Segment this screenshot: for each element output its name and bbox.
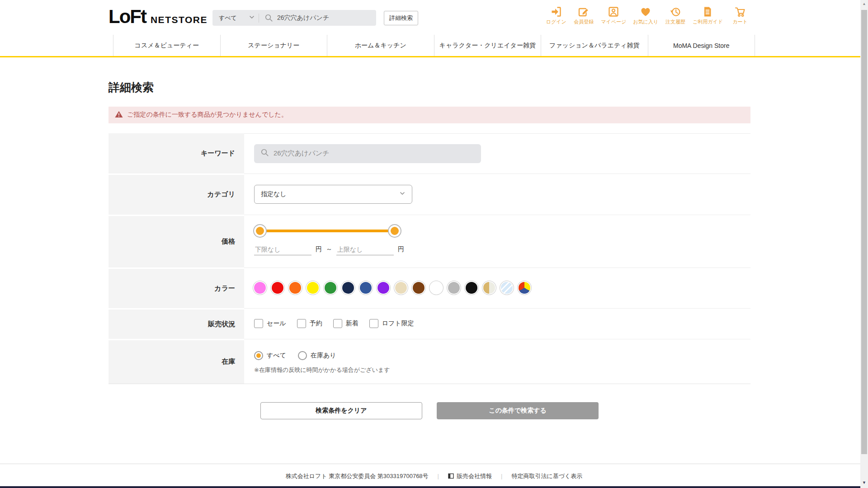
price-slider-handle-max[interactable] (389, 225, 401, 237)
header-search-input[interactable]: 26穴穴あけパンチ (277, 14, 329, 22)
keyword-input[interactable]: 26穴穴あけパンチ (254, 144, 481, 163)
scrollbar-up-arrow[interactable]: ▲ (860, 2, 868, 6)
currency-label-min: 円 (316, 245, 322, 253)
utility-history[interactable]: 注文履歴 (665, 5, 686, 25)
main-nav-inner: コスメ＆ビューティーステーショナリーホーム＆キッチンキャラクター・クリエイター雑… (113, 35, 755, 56)
footer-item-text: 特定商取引法に基づく表示 (511, 472, 582, 480)
cart-icon (734, 5, 746, 18)
sale-option-0[interactable]: セール (254, 319, 286, 328)
search-divider (259, 14, 259, 23)
sale-option-3[interactable]: ロフト限定 (369, 319, 414, 328)
color-swatch-orange[interactable] (289, 282, 301, 294)
search-icon (260, 148, 269, 159)
checkbox-icon[interactable] (297, 319, 306, 328)
price-inputs: 円 ～ 円 (254, 244, 750, 255)
footer-separator: | (501, 473, 502, 479)
scrollbar[interactable]: ▲ ▼ (860, 0, 868, 488)
price-slider-handle-min[interactable] (254, 225, 266, 237)
color-swatch-pink[interactable] (254, 282, 266, 294)
stock-option-label: すべて (267, 352, 286, 360)
search-submit-button[interactable]: この条件で検索する (437, 402, 599, 419)
checkbox-icon[interactable] (333, 319, 342, 328)
price-min-input[interactable] (254, 244, 311, 255)
error-alert: ご指定の条件に一致する商品が見つかりませんでした。 (108, 107, 750, 123)
search-category-value: すべて (219, 14, 237, 22)
nav-item-1[interactable]: ステーショナリー (220, 35, 327, 56)
radio-selected-icon[interactable] (254, 351, 263, 360)
color-swatch-blue[interactable] (360, 282, 372, 294)
checkbox-icon[interactable] (369, 319, 378, 328)
footer-link-1[interactable]: 販売会社情報 (448, 472, 492, 480)
chevron-down-icon (399, 190, 406, 198)
radio-icon[interactable] (298, 351, 307, 360)
color-swatch-multicolor[interactable] (519, 282, 530, 294)
sale-option-label: 予約 (310, 319, 322, 328)
form-row-price: 価格 円 ～ 円 (108, 215, 750, 267)
guide-icon (702, 5, 713, 18)
utility-heart[interactable]: お気に入り (633, 5, 658, 25)
form-row-stock: 在庫 すべて在庫あり ※在庫情報の反映に時間がかかる場合がございます (108, 339, 750, 384)
color-swatch-clear[interactable] (501, 282, 513, 294)
sale-option-2[interactable]: 新着 (333, 319, 359, 328)
main-content: 詳細検索 ご指定の条件に一致する商品が見つかりませんでした。 キーワード 26穴… (108, 57, 750, 419)
color-swatch-green[interactable] (325, 282, 336, 294)
utility-guide[interactable]: ご利用ガイド (693, 5, 723, 25)
nav-item-0[interactable]: コスメ＆ビューティー (113, 35, 220, 56)
utility-cart[interactable]: カート (730, 5, 750, 25)
utility-login[interactable]: ログイン (546, 5, 566, 25)
stock-option-1[interactable]: 在庫あり (298, 351, 336, 360)
sale-status-options: セール予約新着ロフト限定 (254, 319, 750, 328)
color-swatch-gray[interactable] (448, 282, 460, 294)
category-select[interactable]: 指定なし (254, 185, 412, 204)
price-slider[interactable] (254, 225, 401, 237)
search-category-select[interactable]: すべて (212, 14, 259, 22)
logo-loft-text: LoFt (108, 7, 146, 26)
nav-item-4[interactable]: ファッション＆バラエティ雑貨 (541, 35, 648, 56)
utility-label: マイページ (601, 19, 626, 25)
color-swatch-red[interactable] (272, 282, 283, 294)
clear-conditions-button[interactable]: 検索条件をクリア (260, 402, 422, 419)
form-row-keyword: キーワード 26穴穴あけパンチ (108, 133, 750, 174)
category-label: カテゴリ (108, 174, 244, 215)
color-swatch-gold-silver[interactable] (483, 282, 495, 294)
utility-register[interactable]: 会員登録 (573, 5, 594, 25)
color-swatch-row (254, 282, 750, 294)
advanced-search-button[interactable]: 詳細検索 (384, 11, 418, 25)
color-swatch-white[interactable] (430, 282, 442, 294)
footer-item-text: 販売会社情報 (457, 472, 492, 480)
nav-item-5[interactable]: MoMA Design Store (648, 35, 755, 56)
nav-item-2[interactable]: ホーム＆キッチン (327, 35, 434, 56)
heart-icon (640, 5, 651, 18)
site-logo[interactable]: LoFt NETSTORE (108, 7, 208, 26)
utility-label: ログイン (546, 19, 566, 25)
category-select-value: 指定なし (261, 190, 287, 198)
color-swatch-beige[interactable] (395, 282, 407, 294)
utility-label: 会員登録 (574, 19, 594, 25)
checkbox-icon[interactable] (254, 319, 263, 328)
scrollbar-thumb[interactable] (861, 10, 867, 454)
scrollbar-down-arrow[interactable]: ▼ (860, 481, 868, 485)
sale-option-1[interactable]: 予約 (297, 319, 322, 328)
stock-label: 在庫 (108, 339, 244, 384)
nav-item-3[interactable]: キャラクター・クリエイター雑貨 (434, 35, 541, 56)
utility-mypage[interactable]: マイページ (601, 5, 626, 25)
window-bottom-edge (0, 486, 868, 488)
color-swatch-yellow[interactable] (307, 282, 319, 294)
footer-link-2[interactable]: 特定商取引法に基づく表示 (511, 472, 582, 480)
color-swatch-navy[interactable] (342, 282, 354, 294)
price-max-input[interactable] (336, 244, 394, 255)
page: LoFt NETSTORE すべて 26穴穴あけパンチ 詳細検索 ログイン会員登… (0, 0, 868, 488)
color-swatch-black[interactable] (466, 282, 477, 294)
form-row-sale-status: 販売状況 セール予約新着ロフト限定 (108, 308, 750, 339)
keyword-input-value: 26穴穴あけパンチ (274, 149, 329, 158)
stock-option-0[interactable]: すべて (254, 351, 286, 360)
sale-option-label: 新着 (346, 319, 359, 328)
color-swatch-purple[interactable] (377, 282, 389, 294)
color-swatch-brown[interactable] (413, 282, 425, 294)
utility-label: お気に入り (633, 19, 658, 25)
price-slider-track[interactable] (260, 230, 395, 232)
utility-label: カート (732, 19, 748, 25)
form-actions: 検索条件をクリア この条件で検索する (108, 402, 750, 419)
sale-status-label: 販売状況 (108, 308, 244, 339)
page-title: 詳細検索 (108, 57, 750, 94)
